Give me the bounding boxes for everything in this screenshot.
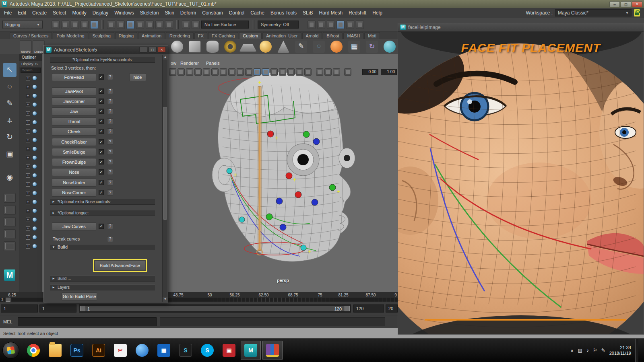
build-more-section-header[interactable]: ►Build ... bbox=[50, 276, 155, 282]
scroll-up-icon[interactable]: ▲ bbox=[163, 55, 168, 60]
viewport-icon[interactable] bbox=[279, 68, 286, 76]
viewport-field-a[interactable]: 0.00 bbox=[362, 69, 378, 75]
viewport-icon[interactable] bbox=[220, 68, 227, 76]
outliner-row[interactable]: + bbox=[19, 215, 42, 224]
taskbar-icon-calculator[interactable]: ▦ bbox=[154, 341, 174, 360]
shelf-icon-cube[interactable] bbox=[189, 41, 201, 53]
shelf-icon-deform[interactable]: ↻ bbox=[366, 41, 378, 53]
help-question-button[interactable]: ? bbox=[107, 223, 113, 229]
shelf-icon-orange-sphere[interactable] bbox=[330, 41, 343, 53]
viewport-icon[interactable] bbox=[344, 68, 351, 76]
shelf-tab[interactable]: Moti bbox=[364, 32, 380, 39]
soft-select-tool-icon[interactable]: ◉ bbox=[3, 171, 17, 185]
jawcorner-checkbox[interactable]: ✓ bbox=[99, 99, 104, 104]
jaw-checkbox[interactable]: ✓ bbox=[99, 109, 104, 114]
toolbar-grip[interactable] bbox=[176, 20, 179, 29]
taskbar-icon-winrar[interactable] bbox=[262, 341, 283, 360]
smilebulge-button[interactable]: SmileBulge bbox=[52, 148, 96, 156]
outliner-row[interactable]: + bbox=[19, 136, 42, 144]
help-question-button[interactable]: ? bbox=[107, 139, 113, 145]
viewport-icon[interactable] bbox=[324, 68, 332, 76]
as-window-title-bar[interactable]: M AdvancedSkeleton5 – □ × bbox=[44, 45, 168, 54]
noseunder-checkbox[interactable]: ✓ bbox=[99, 180, 104, 185]
anim-start-field[interactable]: 1 bbox=[1, 304, 38, 313]
show-desktop-button[interactable] bbox=[635, 339, 638, 362]
help-question-button[interactable]: ? bbox=[107, 128, 113, 134]
shelf-icon-curve[interactable]: ◌ bbox=[313, 41, 325, 53]
viewport-icon[interactable] bbox=[270, 68, 278, 76]
face-help-title-bar[interactable]: M faceHelpImage bbox=[398, 23, 644, 32]
shelf-icon-teal-sphere[interactable] bbox=[384, 41, 396, 53]
viewport-icon[interactable] bbox=[316, 68, 323, 76]
history-icon[interactable] bbox=[182, 21, 190, 29]
expand-icon[interactable]: + bbox=[26, 138, 30, 142]
eyebrow-section-header[interactable]: *Optional extra EyeBrow controls: bbox=[50, 57, 155, 63]
workspace-lock-icon[interactable] bbox=[634, 9, 640, 16]
jaw-curves-button[interactable]: Jaw Curves bbox=[52, 222, 96, 230]
taskbar-icon-blue-app[interactable] bbox=[132, 341, 152, 360]
shelf-tab-custom[interactable]: Custom bbox=[239, 32, 262, 39]
help-question-button[interactable]: ? bbox=[107, 149, 113, 155]
help-question-button[interactable]: ? bbox=[107, 179, 113, 185]
viewport-icon[interactable] bbox=[304, 68, 312, 76]
viewport-icon[interactable] bbox=[169, 68, 176, 76]
lasso-tool-icon[interactable]: ◌ bbox=[3, 80, 17, 94]
taskbar-icon-skype[interactable]: S bbox=[197, 341, 217, 360]
menu-display[interactable]: Display bbox=[93, 10, 108, 16]
shelf-tab[interactable]: Animation_User bbox=[262, 32, 301, 39]
viewport-icon[interactable] bbox=[333, 68, 340, 76]
help-question-button[interactable]: ? bbox=[107, 118, 113, 124]
mel-label[interactable]: MEL bbox=[0, 319, 18, 324]
taskbar-icon-illustrator[interactable]: Ai bbox=[89, 341, 109, 360]
mel-output[interactable] bbox=[160, 317, 385, 326]
symmetry-field[interactable]: Symmetry: Off bbox=[258, 21, 299, 29]
menu-control[interactable]: Control bbox=[229, 10, 245, 16]
expand-icon[interactable]: + bbox=[26, 129, 30, 134]
outliner-row[interactable]: + bbox=[19, 233, 42, 242]
jaw-curves-checkbox[interactable]: ✓ bbox=[99, 224, 104, 229]
menu-create[interactable]: Create bbox=[32, 10, 47, 16]
nose-button[interactable]: Nose bbox=[52, 168, 96, 176]
forehead-button[interactable]: ForeHead bbox=[52, 73, 96, 81]
toolbar-grip[interactable] bbox=[101, 20, 104, 29]
shelf-tab[interactable]: MASH bbox=[343, 32, 363, 39]
shelf-tab[interactable]: Animation bbox=[138, 32, 165, 39]
layers-section-header[interactable]: ►Layers bbox=[50, 284, 155, 290]
menu-file[interactable]: File bbox=[4, 10, 12, 16]
range-slider-track[interactable]: 1 120 bbox=[79, 304, 351, 313]
scroll-down-icon[interactable]: ▼ bbox=[163, 297, 168, 302]
status-icon[interactable] bbox=[61, 21, 69, 29]
expand-icon[interactable]: + bbox=[26, 191, 30, 195]
help-question-button[interactable]: ? bbox=[107, 88, 113, 94]
shelf-tab[interactable]: Poly Modeling bbox=[53, 32, 88, 39]
advanced-skeleton-window[interactable]: M AdvancedSkeleton5 – □ × *Optional extr… bbox=[43, 45, 168, 302]
outliner-row[interactable]: + bbox=[19, 224, 42, 233]
status-icon[interactable] bbox=[90, 21, 98, 29]
layout-four-pane-button[interactable] bbox=[4, 205, 16, 215]
range-slider-inner[interactable] bbox=[80, 306, 350, 311]
expand-icon[interactable]: + bbox=[26, 76, 30, 80]
menu-hard-mesh[interactable]: Hard Mesh bbox=[319, 10, 343, 16]
taskbar-icon-explorer[interactable] bbox=[45, 341, 65, 360]
help-question-button[interactable]: ? bbox=[107, 236, 113, 242]
scrollbar-thumb[interactable] bbox=[163, 107, 167, 220]
nose-section-header[interactable]: ►*Optional extra Nose controls: bbox=[50, 199, 155, 205]
jawpivot-button[interactable]: JawPivot bbox=[52, 87, 96, 95]
toolbar-grip[interactable] bbox=[252, 20, 254, 29]
cheekraiser-checkbox[interactable]: ✓ bbox=[99, 139, 104, 144]
viewport-icon[interactable] bbox=[287, 68, 295, 76]
help-question-button[interactable]: ? bbox=[107, 98, 113, 104]
noseunder-button[interactable]: NoseUnder bbox=[52, 179, 96, 187]
viewport-icon[interactable] bbox=[203, 68, 210, 76]
viewport-icon[interactable] bbox=[262, 68, 269, 76]
expand-icon[interactable]: + bbox=[26, 165, 30, 169]
viewport-field-b[interactable]: 1.00 bbox=[381, 69, 397, 75]
outliner-menu-show[interactable]: S bbox=[35, 62, 38, 66]
as-maximize-button[interactable]: □ bbox=[149, 47, 157, 53]
shelf-tab[interactable]: Curves / Surfaces bbox=[10, 32, 52, 39]
cheek-button[interactable]: Cheek bbox=[52, 128, 96, 136]
viewport-icon[interactable] bbox=[228, 68, 235, 76]
build-section-header[interactable]: ▼Build bbox=[50, 244, 155, 250]
as-minimize-button[interactable]: – bbox=[139, 47, 147, 53]
outliner-row[interactable]: + bbox=[19, 91, 42, 100]
